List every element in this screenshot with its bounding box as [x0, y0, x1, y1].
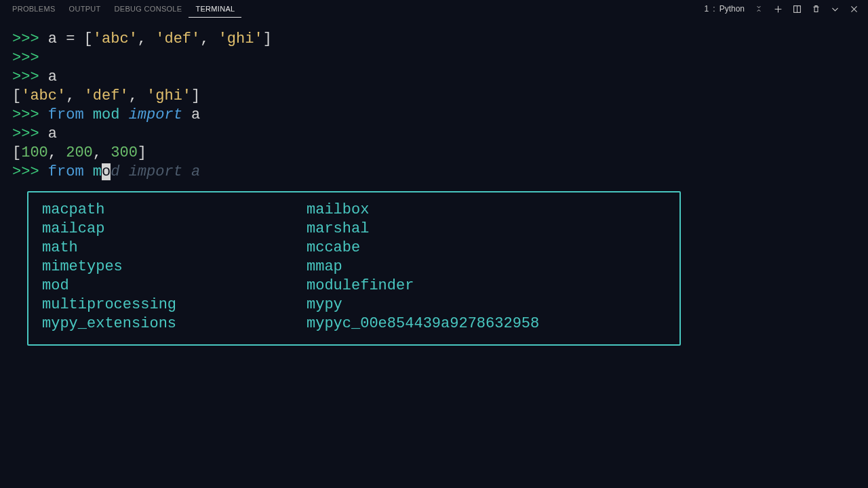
- panel-tabbar: PROBLEMSOUTPUTDEBUG CONSOLETERMINAL 1: P…: [0, 0, 868, 18]
- token-var: [: [12, 87, 21, 104]
- completion-item[interactable]: mailbox: [307, 201, 539, 220]
- token-var: ,: [129, 87, 146, 104]
- panel-actions: 1: Python: [705, 4, 863, 14]
- terminal-output[interactable]: >>> a = ['abc', 'def', 'ghi']>>> >>> a['…: [0, 18, 868, 346]
- token-var: a: [48, 30, 66, 47]
- terminal-line: >>> a: [12, 125, 856, 144]
- token-num: 200: [66, 144, 93, 161]
- token-var: ]: [191, 87, 200, 104]
- terminal-line: >>> from mod import a: [12, 163, 856, 182]
- terminal-line: [100, 200, 300]: [12, 144, 856, 163]
- token-op: =: [66, 30, 75, 47]
- token-var: ,: [200, 30, 218, 47]
- token-var: [84, 106, 93, 123]
- completion-item[interactable]: mimetypes: [42, 258, 307, 277]
- completion-item[interactable]: mypy: [307, 296, 539, 314]
- token-var: ,: [66, 87, 83, 104]
- session-name: Python: [719, 4, 745, 14]
- token-str: 'def': [84, 87, 129, 104]
- prompt: >>>: [12, 163, 48, 180]
- completion-item[interactable]: mccabe: [307, 239, 539, 258]
- token-var: ,: [48, 144, 66, 161]
- completion-item[interactable]: modulefinder: [307, 277, 539, 296]
- tab-problems[interactable]: PROBLEMS: [5, 1, 62, 18]
- close-icon[interactable]: [849, 4, 859, 14]
- terminal-line: ['abc', 'def', 'ghi']: [12, 87, 856, 106]
- completion-item[interactable]: mailcap: [42, 220, 307, 239]
- token-var: ,: [93, 144, 111, 161]
- token-str: 'def': [155, 30, 200, 47]
- token-kw: from: [48, 106, 84, 123]
- completion-item[interactable]: mod: [42, 277, 307, 296]
- token-var: [119, 106, 128, 123]
- sort-icon[interactable]: [754, 4, 764, 14]
- token-var: a: [48, 125, 57, 142]
- token-var: a: [48, 68, 57, 85]
- trash-icon[interactable]: [811, 4, 821, 14]
- token-str: 'ghi': [218, 30, 263, 47]
- prompt: >>>: [12, 68, 48, 85]
- completion-item[interactable]: macpath: [42, 201, 307, 220]
- token-str: 'abc': [21, 87, 66, 104]
- token-ghost: d import a: [111, 163, 200, 180]
- plus-icon[interactable]: [773, 4, 783, 14]
- tab-output[interactable]: OUTPUT: [62, 1, 108, 18]
- terminal-line: >>> from mod import a: [12, 106, 856, 125]
- tab-terminal[interactable]: TERMINAL: [189, 1, 241, 18]
- token-var: a: [191, 106, 200, 123]
- token-num: 300: [111, 144, 138, 161]
- token-id: mod: [93, 106, 120, 123]
- token-cursor: o: [102, 163, 111, 180]
- split-icon[interactable]: [792, 4, 802, 14]
- token-var: [: [12, 144, 21, 161]
- session-index: 1: [705, 4, 709, 14]
- token-id: m: [93, 163, 102, 180]
- terminal-line: >>>: [12, 49, 856, 68]
- token-var: [: [75, 30, 92, 47]
- token-str: 'abc': [93, 30, 138, 47]
- completion-item[interactable]: mypyc_00e854439a9278632958: [307, 314, 539, 333]
- prompt: >>>: [12, 30, 48, 47]
- completion-item[interactable]: marshal: [307, 220, 539, 239]
- token-var: ]: [138, 144, 146, 161]
- terminal-line: >>> a: [12, 68, 856, 87]
- completion-popup: macpathmailcapmathmimetypesmodmultiproce…: [27, 191, 681, 346]
- tab-debug-console[interactable]: DEBUG CONSOLE: [108, 1, 189, 18]
- token-var: ,: [138, 30, 155, 47]
- token-var: [182, 106, 191, 123]
- completion-item[interactable]: multiprocessing: [42, 296, 307, 314]
- token-num: 100: [21, 144, 48, 161]
- prompt: >>>: [12, 49, 48, 66]
- completion-item[interactable]: math: [42, 239, 307, 258]
- chevron-down-icon[interactable]: [830, 4, 840, 14]
- token-kw-i: import: [129, 106, 182, 123]
- token-var: [84, 163, 93, 180]
- prompt: >>>: [12, 125, 48, 142]
- token-var: ]: [263, 30, 272, 47]
- completion-item[interactable]: mypy_extensions: [42, 314, 307, 333]
- terminal-session-selector[interactable]: 1: Python: [705, 4, 745, 14]
- terminal-line: >>> a = ['abc', 'def', 'ghi']: [12, 30, 856, 49]
- completion-item[interactable]: mmap: [307, 258, 539, 277]
- prompt: >>>: [12, 106, 48, 123]
- token-kw: from: [48, 163, 84, 180]
- token-str: 'ghi': [146, 87, 191, 104]
